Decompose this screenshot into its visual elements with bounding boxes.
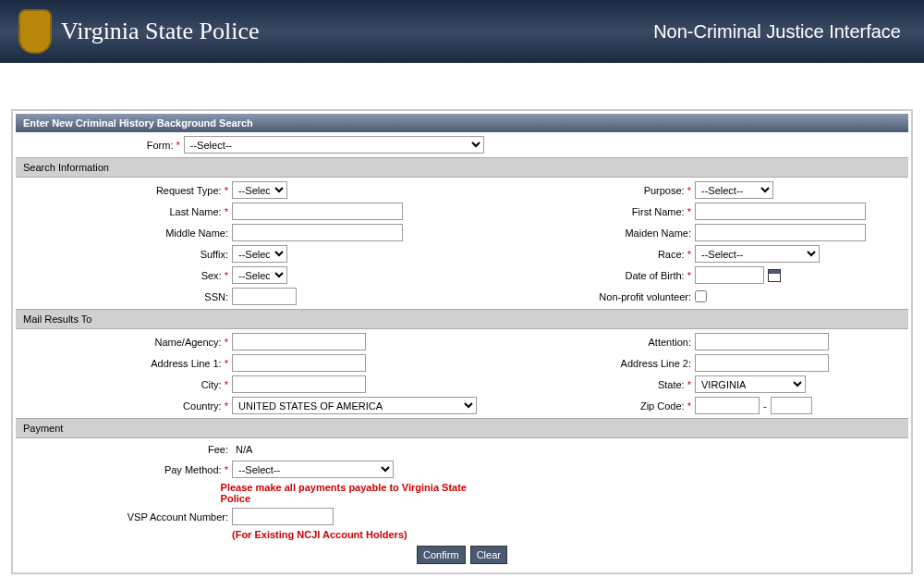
first-name-input[interactable] xyxy=(695,203,866,220)
country-select[interactable]: UNITED STATES OF AMERICA xyxy=(232,397,477,414)
state-label: State: * xyxy=(484,379,695,390)
zip-separator: - xyxy=(760,400,771,412)
name-agency-input[interactable] xyxy=(232,333,366,350)
middle-name-input[interactable] xyxy=(232,224,403,241)
non-profit-label: Non-profit volunteer: xyxy=(484,291,695,302)
city-input[interactable] xyxy=(232,375,366,393)
zip-input-2[interactable] xyxy=(771,397,812,414)
address1-input[interactable] xyxy=(232,354,366,372)
first-name-label: First Name: * xyxy=(484,206,695,217)
request-type-select[interactable]: --Select-- xyxy=(232,181,287,199)
calendar-icon[interactable] xyxy=(768,269,781,282)
non-profit-checkbox[interactable] xyxy=(695,290,707,302)
last-name-input[interactable] xyxy=(232,203,403,220)
attention-input[interactable] xyxy=(695,333,829,350)
suffix-select[interactable]: --Select-- xyxy=(232,245,287,263)
form-title: Enter New Criminal History Background Se… xyxy=(16,114,908,132)
suffix-label: Suffix: xyxy=(18,249,232,260)
clear-button[interactable]: Clear xyxy=(470,546,507,564)
section-mail-results: Mail Results To xyxy=(16,309,908,329)
button-row: Confirm Clear xyxy=(18,542,906,568)
interface-title: Non-Criminal Justice Interface xyxy=(653,21,901,43)
vsp-account-note: (For Existing NCJI Account Holders) xyxy=(232,529,407,540)
main-form-container: Enter New Criminal History Background Se… xyxy=(11,109,913,574)
city-label: City: * xyxy=(18,379,232,390)
name-agency-label: Name/Agency: * xyxy=(18,337,232,348)
purpose-select[interactable]: --Select-- xyxy=(695,181,773,199)
vsp-account-input[interactable] xyxy=(232,508,334,525)
page-header: Virginia State Police Non-Criminal Justi… xyxy=(0,0,924,63)
vsp-account-label: VSP Account Number: xyxy=(18,511,232,523)
state-select[interactable]: VIRGINIA xyxy=(695,375,806,393)
race-select[interactable]: --Select-- xyxy=(695,245,820,263)
section-payment: Payment xyxy=(16,418,908,438)
section-search-info: Search Information xyxy=(16,157,908,178)
dob-input[interactable] xyxy=(695,266,764,284)
request-type-label: Request Type: * xyxy=(18,185,232,196)
address1-label: Address Line 1: * xyxy=(18,358,232,369)
ssn-label: SSN: xyxy=(18,291,232,302)
maiden-name-label: Maiden Name: xyxy=(484,228,695,239)
form-label: Form: * xyxy=(18,140,184,151)
middle-name-label: Middle Name: xyxy=(18,228,232,239)
sex-label: Sex: * xyxy=(18,270,232,281)
site-title: Virginia State Police xyxy=(61,18,260,45)
maiden-name-input[interactable] xyxy=(695,224,866,241)
form-select[interactable]: --Select-- xyxy=(184,136,484,154)
vsp-badge-icon xyxy=(18,9,52,54)
race-label: Race: * xyxy=(484,249,695,260)
fee-label: Fee: xyxy=(18,444,232,455)
address2-label: Address Line 2: xyxy=(484,358,695,369)
country-label: Country: * xyxy=(18,400,232,412)
purpose-label: Purpose: * xyxy=(484,185,695,196)
confirm-button[interactable]: Confirm xyxy=(417,546,466,564)
address2-input[interactable] xyxy=(695,354,829,372)
fee-value: N/A xyxy=(232,442,256,457)
attention-label: Attention: xyxy=(484,337,695,348)
zip-label: Zip Code: * xyxy=(484,400,695,412)
payment-note: Please make all payments payable to Virg… xyxy=(221,482,484,504)
last-name-label: Last Name: * xyxy=(18,206,232,217)
dob-label: Date of Birth: * xyxy=(484,270,695,281)
ssn-input[interactable] xyxy=(232,288,297,305)
pay-method-label: Pay Method: * xyxy=(18,464,232,475)
zip-input-1[interactable] xyxy=(695,397,760,414)
pay-method-select[interactable]: --Select-- xyxy=(232,461,394,478)
sex-select[interactable]: --Select-- xyxy=(232,266,287,284)
